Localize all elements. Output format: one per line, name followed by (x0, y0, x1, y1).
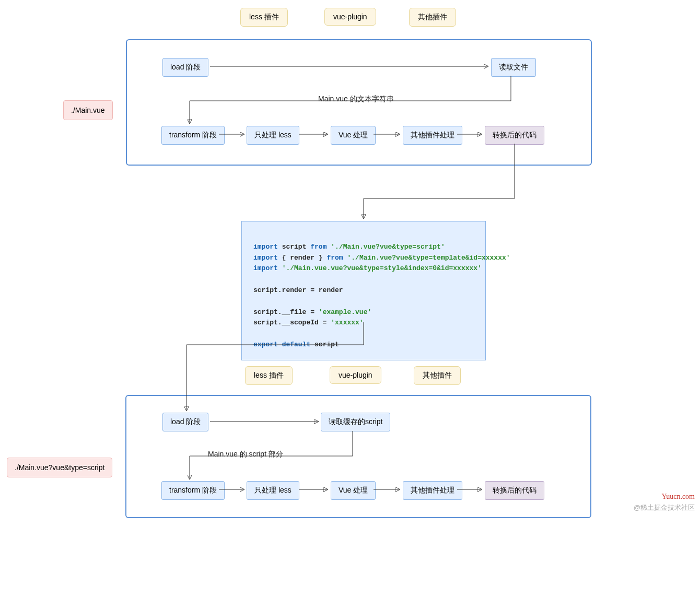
edge-label-2: Main.vue 的 script 部分 (208, 450, 283, 459)
edge-label-1: Main.vue 的文本字符串 (318, 95, 394, 104)
plugin-other-1: 其他插件 (409, 8, 456, 27)
only-less-1: 只处理 less (247, 126, 299, 145)
kw: import (253, 254, 278, 262)
label: 其他插件 (418, 13, 447, 22)
load-stage-2: load 阶段 (162, 413, 208, 431)
label: Vue 处理 (339, 131, 368, 140)
ident: { render } (282, 254, 323, 262)
label: less 插件 (249, 13, 279, 22)
ident: script (282, 243, 307, 251)
line: script.__scopeId = (253, 319, 331, 326)
read-file-1: 读取文件 (491, 58, 536, 77)
label: 读取文件 (499, 63, 528, 72)
vue-proc-2: Vue 处理 (331, 481, 376, 500)
plugin-vue-1: vue-plugin (324, 8, 376, 26)
plugin-other-2: 其他插件 (414, 366, 461, 385)
label: load 阶段 (170, 417, 201, 427)
line: script.render = render (253, 286, 343, 294)
label: 其他插件处理 (411, 131, 454, 140)
kw: from (310, 243, 326, 251)
str: './Main.vue?vue&type=template&id=xxxxxx' (347, 254, 510, 262)
other-proc-2: 其他插件处理 (403, 481, 462, 500)
label: vue-plugin (333, 13, 367, 21)
str: 'xxxxxx' (331, 319, 363, 326)
file-label-main-vue-script: ./Main.vue?vue&type=script (7, 458, 112, 477)
label: transform 阶段 (169, 131, 217, 140)
other-proc-1: 其他插件处理 (403, 126, 462, 145)
read-cache-2: 读取缓存的script (321, 413, 390, 431)
watermark-yuucn: Yuucn.com (662, 493, 695, 501)
label: vue-plugin (339, 371, 372, 379)
watermark-xitu: @稀土掘金技术社区 (634, 503, 695, 512)
kw: import (253, 243, 278, 251)
load-stage-1: load 阶段 (162, 58, 208, 77)
label: 其他插件处理 (411, 486, 454, 495)
line: script.__file = (253, 308, 319, 316)
label: ./Main.vue (71, 106, 105, 114)
result-2: 转换后的代码 (485, 481, 544, 500)
kw: import (253, 264, 278, 272)
label: transform 阶段 (169, 486, 217, 495)
str: './Main.vue?vue&type=script' (331, 243, 445, 251)
label: load 阶段 (170, 63, 201, 72)
kw: export (253, 341, 278, 348)
kw: from (326, 254, 343, 262)
kw: default (282, 341, 311, 348)
str: 'example.vue' (319, 308, 371, 316)
label: 读取缓存的script (329, 417, 382, 427)
label: 转换后的代码 (493, 486, 536, 495)
label: ./Main.vue?vue&type=script (15, 463, 104, 472)
label: 只处理 less (254, 486, 291, 495)
only-less-2: 只处理 less (247, 481, 299, 500)
label: 转换后的代码 (493, 131, 536, 140)
code-box: import script from './Main.vue?vue&type=… (241, 221, 486, 360)
label: less 插件 (254, 371, 284, 380)
vue-proc-1: Vue 处理 (331, 126, 376, 145)
label: Vue 处理 (339, 486, 368, 495)
plugin-vue-2: vue-plugin (330, 366, 381, 384)
label: 只处理 less (254, 131, 291, 140)
transform-stage-1: transform 阶段 (161, 126, 225, 145)
plugin-less-2: less 插件 (245, 366, 293, 385)
label: 其他插件 (423, 371, 452, 380)
str: './Main.vue.vue?vue&type=style&index=0&i… (282, 264, 482, 272)
result-1: 转换后的代码 (485, 126, 544, 145)
ident: script (314, 341, 339, 348)
transform-stage-2: transform 阶段 (161, 481, 225, 500)
file-label-main-vue: ./Main.vue (63, 100, 113, 120)
plugin-less-1: less 插件 (240, 8, 288, 27)
